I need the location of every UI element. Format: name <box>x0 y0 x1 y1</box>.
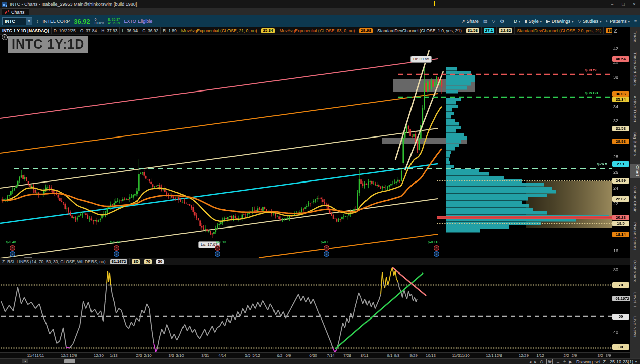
bid-value: B: 36.37 <box>108 18 120 21</box>
toolbar-style-button[interactable]: ▮Style▾ <box>525 19 542 24</box>
date-tick-label: 3/31 <box>201 353 209 358</box>
date-tick-label: 4/14 <box>218 353 226 358</box>
toolbar-patterns-button[interactable]: ≈Patterns▾ <box>606 19 630 24</box>
sidebar-tab-option-chain[interactable]: Option Chain <box>633 185 637 214</box>
sidebar-tab-chart[interactable]: Chart <box>630 164 640 178</box>
axis-tick-label: 42 <box>613 46 618 51</box>
sidebar-tab-trade[interactable]: Trade <box>633 29 637 44</box>
sidebar-tab-active-trader[interactable]: Active Trader <box>633 94 637 124</box>
toolbar-share-button[interactable]: ↗Share <box>461 19 479 24</box>
toolbar-label: D <box>514 19 517 24</box>
study-value-badge-wrap: 61.1672 <box>108 258 130 265</box>
symbol-bar: INTC ▾ ↕ INTEL CORP 36.92 0 0.00% B: 36.… <box>0 15 640 27</box>
earnings-marker-icon[interactable]: ▪ <box>114 245 119 251</box>
toolbar-icon-button[interactable]: ▤ <box>483 19 488 24</box>
price-chart-canvas[interactable] <box>0 34 612 258</box>
sidebar-tab-big-buttons[interactable]: Big Buttons <box>633 131 637 157</box>
chart-toolbar: ↗Share▤▽⚙D▾▮Style▾▶Drawings▾▽Studies▾≈Pa… <box>461 18 640 24</box>
toolbar-icon: ▤ <box>483 19 488 24</box>
date-tick-label: 7/28 <box>343 353 351 358</box>
date-tick-label: 3/10 <box>176 353 184 358</box>
fit-width-icon[interactable]: ↔ <box>556 359 560 364</box>
toolbar-icon-button[interactable]: ▽ <box>492 19 495 24</box>
symbol-dropdown-caret[interactable]: ▾ <box>26 18 32 25</box>
drawing-set-caret[interactable]: ▾ <box>635 360 637 363</box>
study-value-badge: 36.06 <box>606 28 612 33</box>
dividend-marker-icon[interactable]: ? <box>10 251 15 257</box>
axis-price-badge: 27.1 <box>612 161 629 167</box>
title-bar: INTC - Charts - Isabelle_29953 Main@thin… <box>0 0 640 9</box>
tab-charts[interactable]: Charts <box>2 8 29 15</box>
dividend-amount-label: $-0.1 <box>321 240 329 244</box>
study-value-badge-wrap: 50 <box>154 258 166 265</box>
earnings-marker-icon[interactable]: ▪ <box>215 245 220 251</box>
earnings-marker-icon[interactable]: ▪ <box>324 245 329 251</box>
price-level-label: $26.5 <box>597 162 607 166</box>
dividend-amount-label: $-0.13 <box>110 240 120 244</box>
date-tick-label: 2/9 <box>571 353 577 358</box>
mini-expand-button[interactable]: ▲ <box>22 359 28 363</box>
date-tick-label: 11/11 <box>35 353 44 358</box>
date-tick-label: 12/30 <box>94 353 104 358</box>
zoom-out-icon[interactable]: ⊖ <box>540 359 544 364</box>
axis-price-badge: 29.98 <box>612 139 629 144</box>
date-tick-label: 12/1 <box>486 353 494 358</box>
sidebar-tab-times-and-sales[interactable]: Times And Sales <box>633 51 637 87</box>
toolbar-icon: ▽ <box>492 19 495 24</box>
date-tick-label: 10/13 <box>426 353 436 358</box>
pan-left-icon[interactable]: ◂ <box>529 359 532 364</box>
toolbar-studies-button[interactable]: ▽Studies▾ <box>578 19 601 24</box>
toolbar-icon-button[interactable]: ≡ <box>634 19 637 24</box>
minimize-button[interactable]: − <box>607 2 618 7</box>
sidebar-tab-live-news[interactable]: Live News <box>633 315 637 339</box>
updown-icon[interactable]: ↕ <box>36 19 39 24</box>
study-value-badge: 35.34 <box>261 28 275 33</box>
chevron-down-icon: ▾ <box>600 20 601 23</box>
scroll-thumb[interactable] <box>64 359 75 363</box>
dividend-marker-icon[interactable]: ? <box>434 251 439 257</box>
drawing-set-selector[interactable]: Drawing set: Z - 25-10-23(1) <box>576 359 633 364</box>
toolbar-d-button[interactable]: D▾ <box>514 19 520 24</box>
dividend-marker-icon[interactable]: ? <box>215 251 220 257</box>
zoom-in-icon[interactable]: ⊕ <box>546 359 553 364</box>
chart-tab-icon <box>5 10 9 14</box>
sidebar-tab-phase-scores[interactable]: Phase Scores <box>633 221 637 252</box>
tab-bar: Charts <box>0 8 640 15</box>
toolbar-icon-button[interactable]: ⚙ <box>500 19 504 24</box>
study-value-badge-wrap: 31.58 <box>464 27 482 34</box>
axis-tick-label: 38 <box>613 75 618 80</box>
axis-price-badge: 24.99 <box>612 178 629 184</box>
window-title: INTC - Charts - Isabelle_29953 Main@thin… <box>10 2 137 7</box>
earnings-marker-icon[interactable]: ▪ <box>10 245 15 251</box>
sidebar-tab-level-ii[interactable]: Level II <box>633 291 637 309</box>
data-line-item: D: 10/22/25 <box>52 27 78 34</box>
axis-price-badge: 61.1672 <box>612 296 632 301</box>
dividend-marker-icon[interactable]: ? <box>114 251 119 257</box>
dividend-amount-label: $-0.46 <box>6 240 16 244</box>
rsi-study-header: Z_RSI_LINES (14, 70, 50, 30, CLOSE, WILD… <box>0 258 630 265</box>
maximize-button[interactable]: □ <box>618 2 629 7</box>
dividend-marker-icon[interactable]: ? <box>324 251 329 257</box>
axis-price-badge: 30 <box>612 344 629 350</box>
date-tick-label: 11/10 <box>460 353 469 358</box>
Patterns-icon: ≈ <box>606 19 608 24</box>
axis-tick-label: 40 <box>613 330 618 335</box>
close-button[interactable]: × <box>629 2 640 7</box>
axis-price-badge: 40.54 <box>612 56 629 62</box>
axis-price-badge: 35.34 <box>612 97 629 102</box>
symbol-input[interactable]: INTC ▾ <box>2 17 32 25</box>
rsi-chart-canvas[interactable] <box>0 265 612 352</box>
date-tick-label: 12/9 <box>69 353 77 358</box>
sidebar-tab-dashboard[interactable]: Dashboard <box>633 259 637 284</box>
toolbar-label: Drawings <box>552 19 571 24</box>
crosshair-icon[interactable]: ⌖ <box>563 359 566 364</box>
date-tick-label: 3/3 <box>168 353 174 358</box>
date-tick-label: 7/14 <box>327 353 335 358</box>
right-sidebar: TradeTimes And SalesActive TraderBig But… <box>630 27 640 358</box>
charts-tab-label: Charts <box>11 10 25 15</box>
toolbar-drawings-button[interactable]: ▶Drawings▾ <box>546 19 573 24</box>
cursor-icon[interactable]: ▶ <box>569 359 572 364</box>
info-icon[interactable]: i <box>2 34 8 40</box>
pan-right-icon[interactable]: ▸ <box>534 359 537 364</box>
earnings-marker-icon[interactable]: ▪ <box>434 245 439 251</box>
